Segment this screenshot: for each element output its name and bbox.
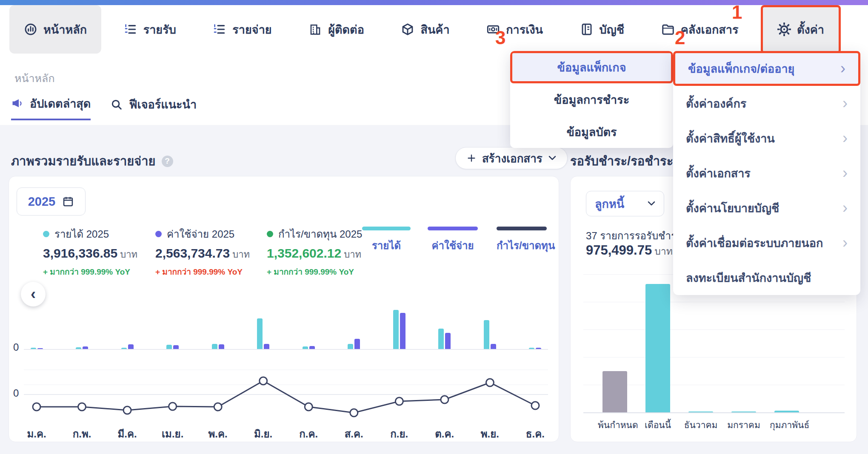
section-title-text: รอรับชำระ/รอชำระ xyxy=(570,151,673,171)
bar xyxy=(264,344,269,349)
stat-unit: บาท xyxy=(344,249,361,260)
bar xyxy=(731,411,756,412)
overview-card: 2025 รายได้ 2025 3,916,336.85บาท + มากกว… xyxy=(9,176,559,442)
line-point xyxy=(260,377,267,385)
stat-yoy: + มากกว่า 999.99% YoY xyxy=(267,265,362,278)
nav-item-settings[interactable]: ตั้งค่า xyxy=(761,5,841,54)
month-label: ก.พ. xyxy=(69,426,95,442)
bar xyxy=(219,344,224,349)
year-selector[interactable]: 2025 xyxy=(17,187,86,216)
plus-icon xyxy=(467,153,476,163)
line-point xyxy=(214,403,222,411)
series-swatch-profit xyxy=(497,227,547,230)
month-label: มี.ค. xyxy=(114,426,140,442)
series-toggle-income[interactable]: รายได้ xyxy=(362,227,411,254)
tab-recommended-features[interactable]: ฟีเจอร์แนะนำ xyxy=(110,94,197,120)
settings-menu-item[interactable]: ข้อมูลแพ็กเกจ/ต่ออายุ› xyxy=(673,51,860,86)
nav-item-accounting[interactable]: บัญชี xyxy=(565,5,639,54)
bar-group xyxy=(477,301,503,349)
profit-line-chart xyxy=(24,355,548,423)
settings-menu-item[interactable]: ตั้งค่าเชื่อมต่อระบบภายนอก› xyxy=(673,225,860,260)
package-submenu-item[interactable]: ข้อมูลบัตร xyxy=(510,116,673,148)
annotation-step-3: 3 xyxy=(495,27,505,48)
month-label: ต.ค. xyxy=(432,426,457,442)
package-submenu-item[interactable]: ข้อมูลการชำระ xyxy=(510,83,673,116)
tab-label: อัปเดตล่าสุด xyxy=(30,94,91,113)
nav-item-products[interactable]: สินค้า xyxy=(386,5,464,54)
bar-group xyxy=(432,301,457,349)
settings-menu-item[interactable]: ตั้งค่าองค์กร› xyxy=(673,86,860,121)
nav-item-label: บัญชี xyxy=(600,20,624,39)
nav-item-label: สินค้า xyxy=(420,20,449,39)
series-toggle-expense[interactable]: ค่าใช้จ่าย xyxy=(428,227,478,254)
settings-menu-item[interactable]: ลงทะเบียนสำนักงานบัญชี xyxy=(673,260,860,295)
pending-amount: 975,499.75บาท xyxy=(586,243,673,259)
series-toggle-profit[interactable]: กำไร/ขาดทุน xyxy=(497,227,547,254)
bar xyxy=(491,344,496,349)
nav-item-label: การเงิน xyxy=(506,20,543,39)
bar xyxy=(400,313,405,349)
create-document-button[interactable]: สร้างเอกสาร xyxy=(455,147,568,169)
pending-count-text: 37 รายการรอรับชำระ xyxy=(586,227,682,244)
bar-group xyxy=(523,301,548,349)
legend-dot-income xyxy=(43,231,49,237)
debtor-filter-select[interactable]: ลูกหนี้ xyxy=(586,191,664,216)
bar xyxy=(438,329,444,349)
series-label: ค่าใช้จ่าย xyxy=(428,237,478,254)
nav-item-finance[interactable]: การเงิน xyxy=(472,5,557,54)
bar xyxy=(309,346,315,349)
category-label: กุมภาพันธ์ xyxy=(770,418,804,432)
nav-item-expense[interactable]: รายจ่าย xyxy=(198,5,286,54)
annotation-step-2: 2 xyxy=(675,27,685,48)
bar xyxy=(393,310,399,349)
bar xyxy=(128,344,134,349)
filter-value: ลูกหนี้ xyxy=(595,195,624,213)
legend-dot-profit xyxy=(267,231,273,237)
chevron-right-icon: › xyxy=(842,165,848,181)
nav-item-home[interactable]: หน้าหลัก xyxy=(9,5,101,54)
megaphone-icon xyxy=(11,97,24,110)
month-label: ก.ค. xyxy=(296,426,321,442)
bar xyxy=(445,333,451,349)
category-label: มกราคม xyxy=(727,418,761,432)
nav-item-contacts[interactable]: ผู้ติดต่อ xyxy=(294,5,379,54)
stat-label-text: รายได้ 2025 xyxy=(54,226,109,242)
month-label: ม.ค. xyxy=(24,426,49,442)
bar-group xyxy=(386,301,412,349)
line-point xyxy=(395,397,403,405)
chart-prev-button[interactable]: ‹ xyxy=(21,282,46,306)
chevron-down-icon xyxy=(548,156,556,161)
bar-group xyxy=(598,284,632,412)
settings-menu-item[interactable]: ตั้งค่านโยบายบัญชี› xyxy=(673,190,860,225)
nav-item-label: ตั้งค่า xyxy=(797,20,824,39)
stat-value-text: 2,563,734.73 xyxy=(155,246,230,260)
annotation-step-1: 1 xyxy=(732,2,742,23)
line-point xyxy=(350,409,358,417)
settings-menu-item[interactable]: ตั้งค่าเอกสาร› xyxy=(673,156,860,190)
chart-baseline xyxy=(583,412,845,413)
package-submenu-item[interactable]: ข้อมูลแพ็กเกจ xyxy=(510,51,673,83)
bar xyxy=(257,318,263,349)
accounting-book-icon xyxy=(580,23,594,36)
menu-item-label: ตั้งค่านโยบายบัญชี xyxy=(686,199,779,217)
stat-label-text: กำไร/ขาดทุน 2025 xyxy=(278,226,362,242)
nav-item-income[interactable]: รายรับ xyxy=(109,5,191,54)
line-point xyxy=(78,403,86,411)
line-point xyxy=(123,406,131,414)
stat-profit: กำไร/ขาดทุน 2025 1,352,602.12บาท + มากกว… xyxy=(267,226,362,278)
bar xyxy=(166,345,172,349)
bar-group xyxy=(296,301,321,349)
tab-latest-updates[interactable]: อัปเดตล่าสุด xyxy=(11,94,91,120)
pending-amount-unit: บาท xyxy=(654,246,673,257)
line-point xyxy=(486,379,494,386)
bar xyxy=(348,344,353,349)
series-label: รายได้ xyxy=(362,237,411,254)
menu-item-label: ตั้งค่าสิทธิ์ผู้ใช้งาน xyxy=(686,129,775,148)
month-label: มิ.ย. xyxy=(251,426,276,442)
settings-menu-item[interactable]: ตั้งค่าสิทธิ์ผู้ใช้งาน› xyxy=(673,121,860,156)
income-list-icon xyxy=(124,23,137,36)
bar xyxy=(173,345,179,349)
month-label: เม.ย. xyxy=(160,426,186,442)
month-label: ส.ค. xyxy=(341,426,367,442)
help-icon[interactable]: ? xyxy=(162,156,173,167)
